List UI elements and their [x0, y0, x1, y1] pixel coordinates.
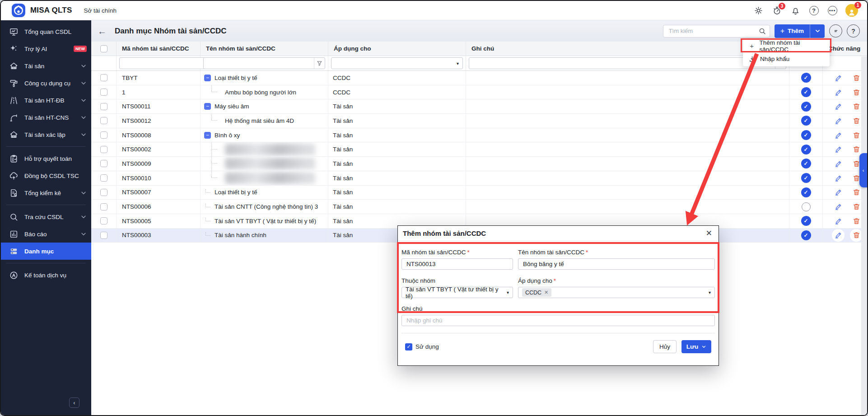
- edit-icon[interactable]: [832, 71, 845, 84]
- delete-icon[interactable]: [850, 186, 863, 199]
- feedback-chat-icon[interactable]: [829, 24, 842, 37]
- sidebar-item-tong-kiem-ke[interactable]: Tổng kiểm kê: [1, 184, 91, 201]
- row-checkbox[interactable]: [100, 146, 107, 153]
- column-header-apply[interactable]: Áp dụng cho: [328, 42, 466, 56]
- back-arrow-icon[interactable]: ←: [98, 27, 107, 36]
- use-checkbox[interactable]: ✓: [405, 343, 412, 351]
- status-inactive-toggle[interactable]: [802, 202, 811, 211]
- edit-icon[interactable]: [832, 215, 845, 227]
- apply-multiselect[interactable]: CCDC✕ ▾: [518, 287, 715, 298]
- filter-code-input[interactable]: [120, 58, 205, 69]
- delete-icon[interactable]: [850, 201, 863, 213]
- status-active-toggle[interactable]: ✓: [801, 173, 811, 183]
- help-icon[interactable]: ?: [808, 5, 819, 16]
- edit-icon[interactable]: [832, 100, 845, 113]
- note-input[interactable]: [406, 317, 711, 324]
- tag-remove-icon[interactable]: ✕: [544, 290, 548, 295]
- delete-icon[interactable]: [850, 100, 863, 113]
- filter-funnel-icon[interactable]: [314, 58, 325, 69]
- row-checkbox[interactable]: [100, 174, 107, 182]
- status-active-toggle[interactable]: ✓: [801, 145, 811, 154]
- filter-note-input[interactable]: [469, 58, 775, 69]
- row-checkbox[interactable]: [100, 217, 107, 224]
- sidebar-item-ke-toan-dich-vu[interactable]: Kế toán dịch vụ: [1, 266, 91, 284]
- row-checkbox[interactable]: [100, 103, 107, 110]
- sidebar-item-tai-san-ht-b[interactable]: Tài sản HT-ĐB: [1, 92, 91, 109]
- sidebar-item-tai-san-xac-lap[interactable]: Tài sản xác lập: [1, 126, 91, 143]
- sidebar-item-tro-ly-ai[interactable]: Trợ lý AINEW: [1, 40, 91, 57]
- edit-icon[interactable]: [832, 114, 845, 127]
- sidebar-item-tai-san[interactable]: Tài sản: [1, 57, 91, 75]
- collapse-minus-icon[interactable]: −: [204, 132, 211, 139]
- edit-icon[interactable]: [832, 129, 845, 141]
- edit-icon[interactable]: [832, 143, 845, 156]
- code-input[interactable]: [406, 260, 509, 268]
- collapse-minus-icon[interactable]: −: [204, 103, 211, 110]
- cancel-button[interactable]: Hủy: [653, 340, 677, 353]
- delete-icon[interactable]: [850, 129, 863, 141]
- status-active-toggle[interactable]: ✓: [801, 187, 811, 197]
- search-icon[interactable]: [759, 28, 766, 35]
- filter-apply-select[interactable]: ▾: [331, 57, 463, 69]
- column-header-note[interactable]: Ghi chú: [466, 42, 789, 56]
- edit-icon[interactable]: [832, 157, 845, 170]
- edit-icon[interactable]: [832, 172, 845, 184]
- row-checkbox[interactable]: [100, 189, 107, 196]
- column-header-name[interactable]: Tên nhóm tài sản/CCDC: [201, 42, 328, 56]
- sidebar-item-danh-muc[interactable]: Danh mục: [1, 243, 91, 260]
- edit-icon[interactable]: [832, 86, 845, 98]
- row-checkbox[interactable]: [100, 203, 107, 210]
- app-logo[interactable]: [12, 4, 25, 17]
- status-active-toggle[interactable]: ✓: [801, 130, 811, 140]
- name-input[interactable]: [522, 260, 711, 268]
- filter-name-input[interactable]: [204, 58, 314, 69]
- status-active-toggle[interactable]: ✓: [801, 102, 811, 112]
- settings-gear-icon[interactable]: [753, 5, 764, 16]
- sidebar-item-cong-cu-dung-cu[interactable]: Công cụ dụng cụ: [1, 75, 91, 92]
- user-avatar[interactable]: 1: [845, 4, 858, 17]
- search-box[interactable]: [663, 25, 770, 37]
- menu-item-add-group[interactable]: +Thêm nhóm tài sản/CCDC: [743, 39, 830, 52]
- row-checkbox[interactable]: [100, 232, 107, 239]
- history-clock-icon[interactable]: 3: [771, 5, 782, 16]
- vertical-scrollbar[interactable]: [861, 56, 867, 415]
- close-icon[interactable]: ✕: [706, 229, 712, 237]
- select-all-checkbox[interactable]: [100, 45, 107, 52]
- sidebar-item-ho-tro-quyet-toan[interactable]: Hỗ trợ quyết toán: [1, 150, 91, 167]
- edit-icon[interactable]: [832, 186, 845, 199]
- status-active-toggle[interactable]: ✓: [801, 159, 811, 168]
- status-active-toggle[interactable]: ✓: [801, 230, 811, 240]
- edit-icon[interactable]: [832, 229, 845, 242]
- delete-icon[interactable]: [850, 86, 863, 98]
- sidebar-collapse-button[interactable]: ‹: [69, 397, 79, 408]
- group-select[interactable]: Tài sản VT TBYT ( Vật tư thiết bị y tế)▾: [401, 287, 513, 298]
- column-header-code[interactable]: Mã nhóm tài sản/CCDC: [117, 42, 201, 56]
- row-checkbox[interactable]: [100, 89, 107, 96]
- sidebar-item-tai-san-ht-cns[interactable]: Tài sản HT-CNS: [1, 109, 91, 126]
- status-active-toggle[interactable]: ✓: [801, 73, 811, 83]
- status-active-toggle[interactable]: ✓: [801, 216, 811, 226]
- delete-icon[interactable]: [850, 215, 863, 227]
- menu-item-import[interactable]: Nhập khẩu: [743, 52, 830, 65]
- row-checkbox[interactable]: [100, 117, 107, 124]
- page-help-icon[interactable]: ?: [847, 24, 860, 37]
- side-panel-toggle[interactable]: ‹: [859, 153, 867, 187]
- org-name[interactable]: Sở tài chính: [84, 7, 117, 14]
- sidebar-item-tra-cuu-csdl[interactable]: Tra cứu CSDL: [1, 208, 91, 225]
- delete-icon[interactable]: [850, 114, 863, 127]
- status-active-toggle[interactable]: ✓: [801, 116, 811, 126]
- row-checkbox[interactable]: [100, 160, 107, 167]
- collapse-minus-icon[interactable]: −: [204, 75, 211, 81]
- edit-icon[interactable]: [832, 201, 845, 213]
- sidebar-item--ong-bo-csdl-tsc[interactable]: Đồng bộ CSDL TSC: [1, 167, 91, 184]
- delete-icon[interactable]: [850, 229, 863, 242]
- more-ellipsis-icon[interactable]: •••: [827, 5, 838, 16]
- delete-icon[interactable]: [850, 71, 863, 84]
- sidebar-item-tong-quan-csdl[interactable]: Tổng quan CSDL: [1, 23, 91, 40]
- row-checkbox[interactable]: [100, 74, 107, 81]
- search-input[interactable]: [668, 27, 759, 35]
- save-button[interactable]: Lưu: [681, 340, 711, 353]
- sidebar-item-bao-cao[interactable]: Báo cáo: [1, 225, 91, 243]
- row-checkbox[interactable]: [100, 131, 107, 139]
- add-button[interactable]: + Thêm: [775, 24, 810, 38]
